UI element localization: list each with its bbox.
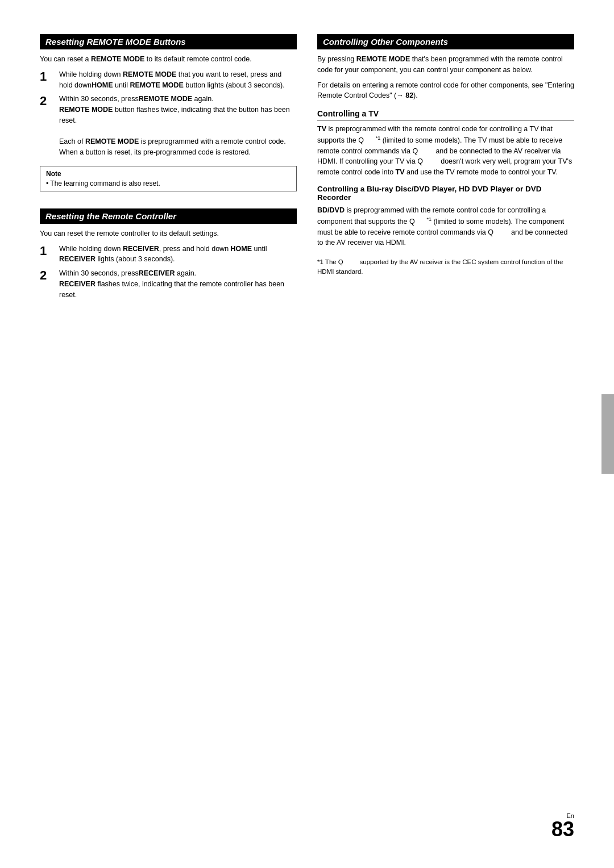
controlling-bluray-title: Controlling a Blu-ray Disc/DVD Player, H… xyxy=(317,185,574,202)
controller-step-number-2: 2 xyxy=(40,268,56,283)
page: Resetting REMOTE MODE Buttons You can re… xyxy=(0,0,614,868)
step-2-controller: 2 Within 30 seconds, pressRECEIVER again… xyxy=(40,268,297,300)
page-number: 83 xyxy=(551,817,574,841)
footnote: *1 The Q supported by the AV receiver is… xyxy=(317,257,574,277)
main-content: Resetting REMOTE MODE Buttons You can re… xyxy=(40,34,574,303)
controller-step-2-content: Within 30 seconds, pressRECEIVER again. … xyxy=(59,268,297,300)
step-2-content: Within 30 seconds, pressREMOTE MODE agai… xyxy=(59,94,297,158)
right-column: Controlling Other Components By pressing… xyxy=(317,34,574,303)
step-number-1: 1 xyxy=(40,69,56,84)
controlling-intro: By pressing REMOTE MODE that's been prog… xyxy=(317,54,574,76)
right-tab xyxy=(601,394,614,474)
section-controlling-header: Controlling Other Components xyxy=(317,34,574,49)
section-resetting-controller-intro: You can reset the remote controller to i… xyxy=(40,228,297,239)
note-label: Note xyxy=(46,170,291,178)
section-controlling-other-components: Controlling Other Components By pressing… xyxy=(317,34,574,277)
left-column: Resetting REMOTE MODE Buttons You can re… xyxy=(40,34,297,303)
step-number-2: 2 xyxy=(40,94,56,108)
step-1-content: While holding down REMOTE MODE that you … xyxy=(59,69,297,91)
step-1-remote-mode: 1 While holding down REMOTE MODE that yo… xyxy=(40,69,297,91)
controlling-tv-title: Controlling a TV xyxy=(317,109,574,120)
section-resetting-remote-mode: Resetting REMOTE MODE Buttons You can re… xyxy=(40,34,297,196)
controlling-detail: For details on entering a remote control… xyxy=(317,80,574,102)
controller-step-1-content: While holding down RECEIVER, press and h… xyxy=(59,244,297,265)
section-resetting-remote-mode-header: Resetting REMOTE MODE Buttons xyxy=(40,34,297,49)
section-resetting-remote-mode-intro: You can reset a REMOTE MODE to its defau… xyxy=(40,54,297,65)
controlling-tv-body: TV is preprogrammed with the remote cont… xyxy=(317,124,574,178)
subsection-controlling-bluray: Controlling a Blu-ray Disc/DVD Player, H… xyxy=(317,185,574,248)
section-resetting-remote-controller: Resetting the Remote Controller You can … xyxy=(40,208,297,301)
note-box: Note • The learning command is also rese… xyxy=(40,166,297,191)
section-resetting-controller-header: Resetting the Remote Controller xyxy=(40,208,297,224)
controlling-bluray-body: BD/DVD is preprogrammed with the remote … xyxy=(317,205,574,248)
step-2-remote-mode: 2 Within 30 seconds, pressREMOTE MODE ag… xyxy=(40,94,297,158)
step-1-controller: 1 While holding down RECEIVER, press and… xyxy=(40,244,297,265)
subsection-controlling-tv: Controlling a TV TV is preprogrammed wit… xyxy=(317,109,574,178)
controller-step-number-1: 1 xyxy=(40,244,56,258)
note-text: • The learning command is also reset. xyxy=(46,180,160,187)
page-footer: En 83 xyxy=(551,812,574,840)
